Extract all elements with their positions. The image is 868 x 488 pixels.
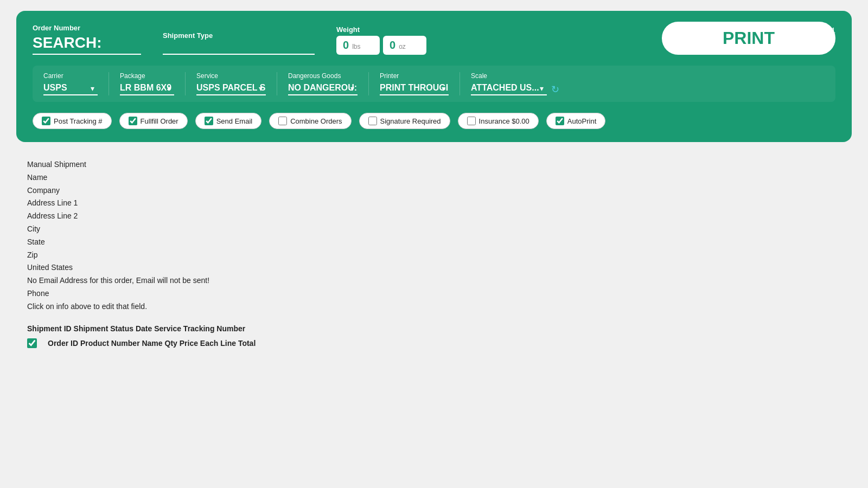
checkbox-fullfill-order-label: Fullfill Order [141,117,178,125]
order-number-label: Order Number [33,24,141,32]
address-line2: Address Line 2 [27,210,841,223]
printer-label: Printer [380,72,449,80]
address-name: Name [27,171,841,184]
date-label: 2024-03-31 [796,26,835,35]
package-label: Package [120,72,174,80]
carrier-select[interactable]: USPS [43,83,98,95]
checkbox-combine-orders-input[interactable] [278,117,287,125]
address-country: United States [27,261,841,274]
order-row: Order ID Product Number Name Qty Price E… [27,338,841,348]
package-select[interactable]: LR BBM 6X9 [120,83,174,95]
dangerous-goods-label: Dangerous Goods [288,72,358,80]
carrier-group: Carrier USPS [33,72,109,95]
checkbox-insurance[interactable]: Insurance $0.00 [458,113,539,129]
address-state: State [27,236,841,249]
address-company: Company [27,184,841,197]
service-select-wrapper: USPS PARCEL S [196,83,266,95]
scale-group: Scale ATTACHED US... ↻ [460,72,570,95]
scale-row: ATTACHED US... ↻ [471,83,559,95]
top-row: Order Number SEARCH: Shipment Type Weigh… [33,22,835,55]
weight-lbs-unit: lbs [352,43,360,50]
service-select[interactable]: USPS PARCEL S [196,83,266,95]
printer-select-wrapper: PRINT THROUGI [380,83,449,95]
package-group: Package LR BBM 6X9 [109,72,186,95]
dangerous-goods-select-wrapper: NO DANGEROU: [288,83,358,95]
shipment-table-header: Shipment ID Shipment Status Date Service… [27,324,841,333]
weight-oz-unit: oz [399,43,406,50]
refresh-icon[interactable]: ↻ [551,84,559,95]
checkbox-send-email[interactable]: Send Email [195,113,261,129]
manual-shipment: Manual Shipment [27,158,841,171]
scale-label: Scale [471,72,559,80]
dropdowns-row: Carrier USPS Package LR BBM 6X9 Service [33,66,835,102]
address-line1: Address Line 1 [27,197,841,210]
service-group: Service USPS PARCEL S [186,72,277,95]
checkbox-autoprint-input[interactable] [556,117,564,125]
checkbox-fullfill-order-input[interactable] [129,117,137,125]
address-city: City [27,223,841,236]
scale-select[interactable]: ATTACHED US... [471,83,547,95]
checkbox-post-tracking-label: Post Tracking # [54,117,103,125]
carrier-select-wrapper: USPS [43,83,98,95]
weight-section: Weight 0 lbs 0 oz [336,25,426,55]
checkboxes-row: Post Tracking # Fullfill Order Send Emai… [33,113,835,129]
checkbox-autoprint-label: AutoPrint [567,117,596,125]
email-notice: No Email Address for this order, Email w… [27,274,841,287]
dangerous-goods-select[interactable]: NO DANGEROU: [288,83,358,95]
checkbox-fullfill-order[interactable]: Fullfill Order [119,113,188,129]
checkbox-signature-required-input[interactable] [368,117,377,125]
carrier-label: Carrier [43,72,98,80]
shipment-type-input[interactable] [163,42,315,55]
checkbox-post-tracking-input[interactable] [42,117,50,125]
weight-oz-value: 0 [390,39,395,52]
top-panel: 2024-03-31 Order Number SEARCH: Shipment… [16,11,852,142]
order-number-value: SEARCH: [33,34,141,55]
dangerous-goods-group: Dangerous Goods NO DANGEROU: [277,72,369,95]
weight-label: Weight [336,25,426,34]
scale-select-wrapper: ATTACHED US... [471,83,547,95]
shipment-type-label: Shipment Type [163,31,315,40]
main-content: Manual Shipment Name Company Address Lin… [0,153,868,354]
weight-inputs: 0 lbs 0 oz [336,36,426,55]
address-zip: Zip [27,249,841,262]
checkbox-insurance-label: Insurance $0.00 [479,117,529,125]
weight-lbs-value: 0 [343,39,349,52]
checkbox-autoprint[interactable]: AutoPrint [546,113,605,129]
package-select-wrapper: LR BBM 6X9 [120,83,174,95]
order-number-group: Order Number SEARCH: [33,24,141,55]
checkbox-combine-orders[interactable]: Combine Orders [269,113,351,129]
printer-select[interactable]: PRINT THROUGI [380,83,449,95]
checkbox-send-email-input[interactable] [205,117,213,125]
order-row-checkbox[interactable] [27,338,37,348]
address-phone: Phone [27,287,841,300]
address-block: Manual Shipment Name Company Address Lin… [27,158,841,313]
order-row-columns: Order ID Product Number Name Qty Price E… [48,339,256,348]
checkbox-insurance-input[interactable] [467,117,476,125]
shipment-type-group: Shipment Type [163,31,315,55]
weight-lbs-box: 0 lbs [336,36,380,55]
service-label: Service [196,72,266,80]
printer-group: Printer PRINT THROUGI [369,72,460,95]
edit-notice: Click on info above to edit that field. [27,300,841,313]
checkbox-combine-orders-label: Combine Orders [290,117,342,125]
checkbox-send-email-label: Send Email [216,117,252,125]
checkbox-signature-required[interactable]: Signature Required [359,113,450,129]
weight-oz-box: 0 oz [383,36,426,55]
checkbox-signature-required-label: Signature Required [380,117,441,125]
checkbox-post-tracking[interactable]: Post Tracking # [33,113,112,129]
